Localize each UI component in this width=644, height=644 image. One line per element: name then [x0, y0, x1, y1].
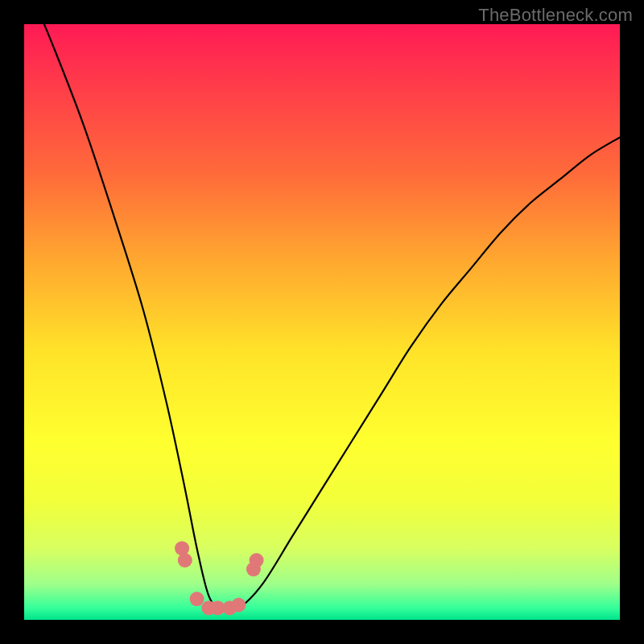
highlight-dot — [190, 592, 204, 606]
highlight-dot — [250, 553, 264, 568]
plot-area — [24, 24, 620, 620]
curve-svg — [24, 24, 620, 620]
highlight-dots — [175, 541, 264, 615]
chart-frame: TheBottleneck.com — [0, 0, 644, 644]
watermark-text: TheBottleneck.com — [478, 5, 633, 26]
highlight-dot — [231, 598, 246, 613]
bottleneck-curve — [24, 24, 620, 610]
highlight-dot — [178, 553, 192, 568]
